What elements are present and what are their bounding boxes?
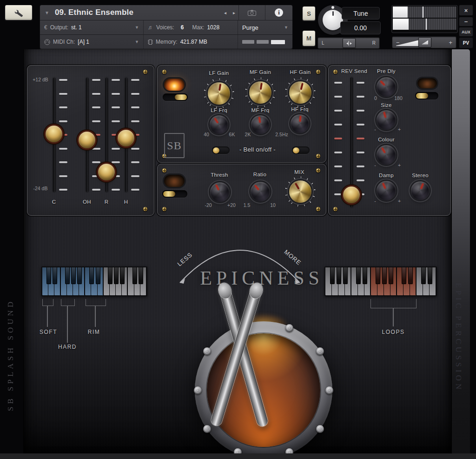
- hf-gain-knob[interactable]: [289, 81, 311, 104]
- prev-instrument-button[interactable]: ◂: [221, 10, 230, 15]
- black-key[interactable]: [96, 267, 100, 284]
- next-instrument-button[interactable]: ▸: [230, 10, 238, 15]
- black-key[interactable]: [46, 267, 51, 284]
- colour-min: -: [374, 162, 376, 168]
- volume-plus[interactable]: +: [449, 39, 452, 46]
- instrument-dropdown-icon[interactable]: ▼: [45, 10, 49, 15]
- eq-power-switch[interactable]: [163, 93, 188, 101]
- keyboard-right[interactable]: [324, 266, 437, 296]
- black-key[interactable]: [356, 267, 361, 284]
- fader-label-h: H: [124, 199, 128, 205]
- thresh-knob[interactable]: [210, 182, 230, 202]
- keyboard-left[interactable]: [41, 266, 147, 296]
- close-button[interactable]: ×: [459, 5, 473, 16]
- reverb-power-lamp: [417, 78, 437, 88]
- midi-dropdown-icon[interactable]: ▼: [135, 40, 139, 44]
- damp-knob[interactable]: [377, 181, 396, 200]
- purge-memory-bars: [238, 35, 292, 49]
- lf-gain-knob[interactable]: [208, 82, 230, 105]
- volume-handle[interactable]: [418, 37, 431, 47]
- lf-frq-knob[interactable]: [210, 115, 228, 134]
- screw-icon: [316, 207, 320, 211]
- black-key[interactable]: [77, 267, 82, 284]
- black-key[interactable]: [376, 267, 380, 284]
- black-key[interactable]: [120, 267, 125, 284]
- bolt-icon: [316, 425, 324, 433]
- tune-value-box[interactable]: 0.00: [340, 21, 381, 34]
- scale-tick: [112, 148, 120, 150]
- ratio-max: 10: [270, 202, 276, 208]
- pre-dly-knob[interactable]: [377, 77, 396, 97]
- scale-tick: [357, 180, 364, 181]
- black-key[interactable]: [421, 267, 426, 284]
- meter-fill: [393, 19, 409, 30]
- max-label: Max:: [192, 24, 204, 31]
- mf-gain-knob[interactable]: [249, 81, 271, 104]
- level-meters: [392, 6, 457, 33]
- black-key[interactable]: [71, 267, 76, 284]
- black-key[interactable]: [139, 267, 143, 284]
- zone-bracket-hard: [61, 299, 75, 306]
- purge-menu[interactable]: Purge ▼: [238, 20, 292, 34]
- memory-bar: [257, 40, 269, 44]
- midi-channel-field[interactable]: MIDI Ch: [A] 1 ▼: [40, 35, 143, 49]
- black-key[interactable]: [108, 267, 112, 284]
- bell-toggle-lf[interactable]: [212, 146, 230, 154]
- info-button[interactable]: i: [265, 5, 292, 20]
- black-key[interactable]: [382, 267, 387, 284]
- scale-tick: [112, 79, 120, 81]
- scale-tick: [131, 175, 139, 177]
- instrument-title[interactable]: 09. Ethnic Ensemble: [55, 8, 133, 17]
- purge-label: Purge: [242, 24, 258, 31]
- volume-slider[interactable]: − +: [392, 36, 456, 48]
- black-key[interactable]: [389, 267, 393, 284]
- screw-icon: [316, 168, 320, 173]
- fader-knob-h[interactable]: [118, 130, 134, 146]
- black-key[interactable]: [363, 267, 367, 284]
- scale-tick: [334, 96, 342, 98]
- colour-knob[interactable]: [377, 145, 396, 165]
- scale-tick: [131, 106, 139, 108]
- bell-toggle-hf[interactable]: [292, 146, 310, 154]
- pan-slider[interactable]: L R: [317, 37, 380, 49]
- mf-frq-knob[interactable]: [251, 115, 270, 134]
- black-key[interactable]: [402, 267, 406, 284]
- ratio-knob[interactable]: [251, 182, 270, 201]
- output-field[interactable]: € Output: st. 1 ▼: [40, 20, 143, 34]
- black-key[interactable]: [343, 267, 348, 284]
- comp-power-switch[interactable]: [162, 190, 187, 198]
- mix-knob[interactable]: [289, 180, 311, 203]
- black-key[interactable]: [428, 267, 432, 284]
- fader-knob-r[interactable]: [98, 164, 115, 180]
- black-key[interactable]: [89, 267, 94, 284]
- minimize-button[interactable]: −: [459, 17, 473, 27]
- reverb-power-switch[interactable]: [415, 92, 438, 100]
- black-key[interactable]: [114, 267, 119, 284]
- purge-dropdown-icon: ▼: [284, 25, 288, 30]
- pv-button[interactable]: PV: [459, 37, 473, 48]
- pan-handle[interactable]: [343, 38, 356, 48]
- aux-button[interactable]: AUX: [459, 27, 473, 37]
- solo-button[interactable]: S: [302, 6, 316, 21]
- scale-tick: [334, 124, 342, 126]
- mute-button[interactable]: M: [302, 30, 316, 47]
- bolt-icon: [285, 324, 293, 332]
- hf-frq-knob[interactable]: [291, 114, 309, 133]
- black-key[interactable]: [65, 267, 70, 284]
- black-key[interactable]: [408, 267, 413, 284]
- rev-send-fader-knob[interactable]: [343, 186, 360, 203]
- volume-minus[interactable]: −: [396, 39, 400, 46]
- epicness-drum-knob[interactable]: [195, 321, 332, 459]
- fader-knob-oh[interactable]: [79, 132, 95, 148]
- memory-icon: [148, 39, 153, 45]
- black-key[interactable]: [53, 267, 57, 284]
- stereo-knob[interactable]: [411, 181, 430, 200]
- size-knob[interactable]: [377, 110, 396, 130]
- output-dropdown-icon[interactable]: ▼: [135, 25, 139, 30]
- black-key[interactable]: [337, 267, 341, 284]
- fader-knob-c[interactable]: [46, 126, 62, 142]
- wrench-button[interactable]: [5, 5, 33, 20]
- snapshot-camera-button[interactable]: [238, 5, 265, 20]
- black-key[interactable]: [330, 267, 335, 284]
- black-key[interactable]: [132, 267, 137, 284]
